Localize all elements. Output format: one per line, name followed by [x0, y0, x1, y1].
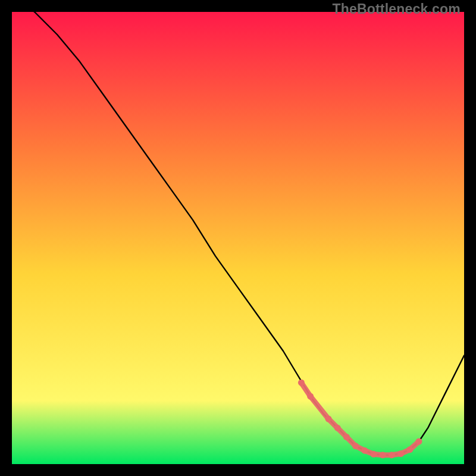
- highlight-dot: [406, 446, 413, 453]
- highlight-dot: [389, 452, 395, 458]
- highlight-dot: [380, 452, 386, 458]
- highlight-dot: [371, 451, 377, 458]
- chart-frame: [12, 12, 464, 464]
- bottleneck-chart: [12, 12, 464, 464]
- gradient-background: [12, 12, 464, 464]
- highlight-dot: [325, 416, 332, 422]
- highlight-dot: [352, 443, 359, 449]
- highlight-dot: [298, 380, 305, 386]
- highlight-dot: [334, 425, 341, 431]
- highlight-dot: [416, 439, 422, 445]
- highlight-dot: [343, 434, 350, 440]
- watermark-text: TheBottleneck.com: [332, 1, 461, 17]
- highlight-dot: [307, 393, 314, 400]
- highlight-dot: [397, 450, 404, 457]
- highlight-dot: [361, 447, 368, 454]
